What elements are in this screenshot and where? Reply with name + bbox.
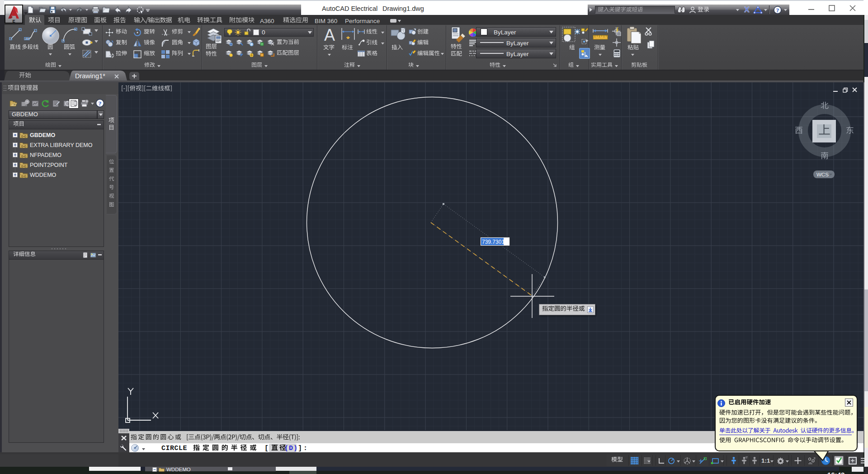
svg-text:?: ? [776, 7, 779, 14]
svg-text:A: A [324, 26, 335, 43]
svg-text:E: E [12, 19, 15, 23]
svg-text:X: X [744, 6, 750, 14]
svg-text:?: ? [99, 100, 102, 107]
